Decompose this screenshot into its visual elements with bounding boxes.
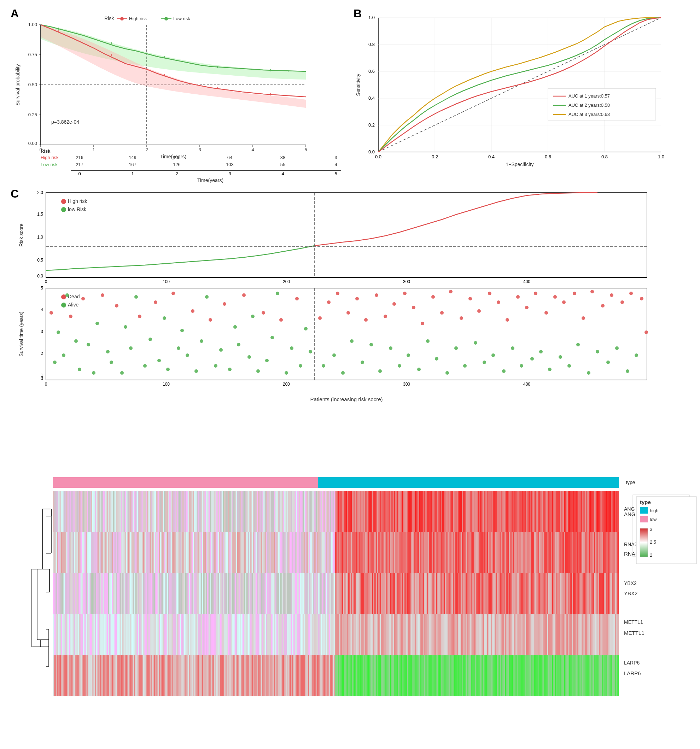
svg-point-253	[582, 316, 585, 320]
svg-text:100: 100	[163, 382, 170, 387]
svg-point-260	[615, 346, 619, 350]
svg-point-229	[468, 297, 472, 300]
svg-point-232	[483, 361, 486, 364]
svg-point-256	[596, 350, 599, 353]
svg-point-215	[403, 292, 407, 295]
svg-text:Risk: Risk	[41, 148, 50, 154]
svg-text:high: high	[650, 508, 659, 513]
legend-low-risk: Low risk	[173, 16, 190, 21]
svg-point-185	[256, 369, 260, 373]
svg-text:Sensitivity: Sensitivity	[355, 73, 361, 96]
svg-point-195	[304, 327, 307, 330]
svg-text:0: 0	[45, 279, 47, 284]
panel-b: B	[353, 7, 686, 177]
svg-point-155	[115, 304, 118, 307]
main-container: A Risk High risk Low risk	[0, 0, 700, 749]
svg-point-206	[361, 361, 364, 364]
svg-point-193	[295, 297, 299, 300]
svg-text:1.5: 1.5	[37, 212, 43, 217]
svg-text:0.25: 0.25	[28, 112, 37, 117]
svg-point-175	[209, 318, 212, 322]
panel-b-label: B	[353, 7, 362, 20]
svg-point-250	[567, 364, 571, 368]
svg-text:1: 1	[131, 171, 134, 176]
svg-point-240	[520, 364, 523, 368]
svg-text:0.0: 0.0	[368, 149, 375, 154]
svg-text:AUC at 1 years:0.57: AUC at 1 years:0.57	[569, 93, 610, 99]
svg-text:low: low	[650, 517, 657, 522]
svg-point-244	[539, 350, 543, 353]
svg-point-153	[106, 350, 110, 353]
svg-text:105: 105	[173, 155, 181, 160]
svg-point-214	[398, 364, 401, 368]
svg-point-192	[290, 346, 293, 350]
svg-text:2.0: 2.0	[37, 190, 43, 195]
svg-text:4: 4	[251, 147, 254, 152]
svg-rect-319	[640, 529, 648, 557]
svg-point-149	[87, 343, 90, 346]
svg-point-220	[426, 339, 429, 343]
svg-point-156	[120, 371, 124, 374]
svg-point-223	[440, 311, 444, 315]
svg-rect-315	[640, 507, 648, 514]
panel-c-chart: High risk low Risk 2.0 1.5 1.0	[11, 187, 682, 456]
svg-point-161	[143, 364, 147, 368]
svg-point-247	[553, 295, 557, 299]
svg-text:5: 5	[41, 286, 43, 290]
svg-point-196	[309, 350, 312, 353]
svg-point-141	[53, 361, 57, 364]
svg-point-154	[110, 361, 113, 364]
svg-point-202	[341, 371, 345, 374]
svg-text:200: 200	[283, 279, 290, 284]
svg-point-177	[219, 348, 223, 352]
svg-point-237	[506, 318, 509, 322]
svg-point-239	[516, 295, 520, 299]
svg-rect-285	[318, 477, 619, 488]
svg-point-173	[200, 339, 203, 343]
svg-point-178	[223, 302, 226, 306]
svg-text:38: 38	[280, 155, 285, 160]
svg-point-238	[511, 346, 514, 350]
svg-text:2: 2	[650, 552, 652, 558]
svg-text:low Risk: low Risk	[68, 206, 87, 212]
svg-point-251	[573, 292, 576, 295]
panel-a-y-axis: Survival probability	[15, 64, 20, 106]
svg-text:400: 400	[523, 279, 530, 284]
svg-point-189	[276, 292, 279, 295]
svg-text:0.6: 0.6	[368, 69, 375, 74]
svg-point-190	[279, 318, 283, 322]
svg-point-228	[463, 364, 467, 368]
svg-text:1: 1	[92, 147, 95, 152]
svg-point-264	[634, 353, 638, 357]
svg-point-227	[460, 316, 463, 320]
svg-text:ANG: ANG	[624, 511, 636, 517]
svg-text:0.5: 0.5	[37, 258, 43, 263]
svg-text:1−Specificity: 1−Specificity	[506, 162, 534, 167]
svg-text:High risk: High risk	[41, 155, 59, 160]
svg-text:0: 0	[45, 382, 47, 387]
svg-point-257	[601, 304, 605, 307]
svg-point-204	[350, 339, 353, 343]
svg-point-241	[525, 306, 529, 309]
svg-point-3	[164, 17, 168, 20]
svg-text:5: 5	[304, 147, 307, 152]
svg-point-249	[562, 300, 566, 304]
svg-point-140	[49, 311, 53, 315]
svg-point-218	[417, 368, 421, 371]
svg-text:Low risk: Low risk	[41, 162, 58, 167]
svg-point-230	[474, 341, 477, 345]
svg-point-102	[61, 207, 66, 212]
svg-text:0.2: 0.2	[432, 154, 438, 159]
svg-text:Alive: Alive	[68, 302, 79, 307]
panel-b-chart: 1.0 0.8 0.6 0.4 0.2 0.0 0.0 0.2 0.4 0.6 …	[353, 7, 686, 177]
svg-point-171	[191, 309, 194, 313]
svg-rect-284	[53, 477, 318, 488]
svg-rect-317	[640, 516, 648, 523]
svg-text:126: 126	[173, 162, 181, 167]
svg-text:4: 4	[41, 307, 43, 312]
svg-point-263	[629, 292, 633, 295]
svg-point-211	[384, 315, 387, 318]
svg-point-209	[375, 293, 378, 297]
svg-text:217: 217	[76, 162, 83, 167]
svg-point-221	[431, 295, 435, 299]
